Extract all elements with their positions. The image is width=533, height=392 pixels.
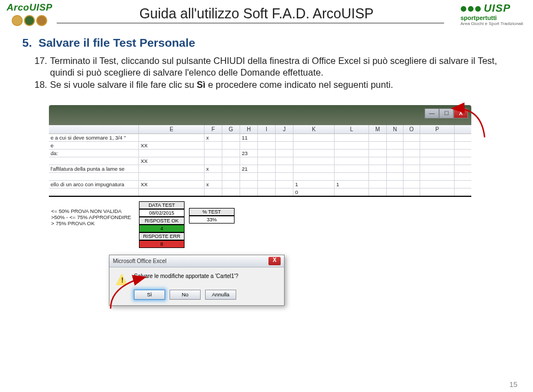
page-title: Guida all'utilizzo Soft F.A.D. ArcoUISP bbox=[52, 6, 460, 23]
table-row: e a cui si deve sommare 1, 3/4 "x11 bbox=[49, 134, 471, 142]
page-number: 15 bbox=[510, 380, 517, 389]
column-headers: E F G H I J K L M N O P bbox=[49, 125, 471, 134]
summary-cell: 33% bbox=[189, 216, 235, 224]
summary-cell: 4 bbox=[139, 225, 185, 232]
dialog-close-button[interactable]: X bbox=[268, 257, 281, 265]
summary-cell: 8 bbox=[139, 240, 185, 248]
minimize-button[interactable]: — bbox=[425, 108, 439, 118]
table-row: 0 bbox=[49, 188, 471, 197]
note-text: > 75% PROVA OK bbox=[51, 220, 131, 226]
logo-left-text: ArcoUISP bbox=[7, 2, 52, 13]
summary-cell: RISPOSTE OK bbox=[139, 217, 185, 225]
badge-icon bbox=[36, 15, 47, 26]
uisp-sub1: sportpertutti bbox=[461, 14, 524, 21]
table-row: XX bbox=[49, 157, 471, 165]
uisp-sub2: Area Giochi e Sport Tradizionali bbox=[461, 21, 524, 26]
logo-right: UISP sportpertutti Area Giochi e Sport T… bbox=[461, 2, 524, 26]
summary-cell: RISPOSTE ERR bbox=[139, 232, 185, 240]
table-row bbox=[49, 173, 471, 181]
summary-cell: 08/02/2015 bbox=[139, 209, 185, 217]
logo-left: ArcoUISP bbox=[7, 2, 52, 26]
save-dialog: Microsoft Office Excel X Salvare le modi… bbox=[109, 255, 285, 306]
summary-cell: DATA TEST bbox=[139, 201, 185, 209]
screenshot-embed: — ☐ X E F G H I J K L M N O P e a cui si… bbox=[49, 105, 471, 306]
badge-icon bbox=[12, 15, 23, 26]
list-item: 17. Terminato il Test, cliccando sul pul… bbox=[34, 55, 511, 78]
note-text: <= 50% PROVA NON VALIDA bbox=[51, 208, 131, 214]
table-row: da:23 bbox=[49, 150, 471, 157]
no-button[interactable]: No bbox=[170, 290, 201, 300]
maximize-button[interactable]: ☐ bbox=[439, 108, 454, 118]
table-row: ello di un arco con impugnaturaXXx11 bbox=[49, 181, 471, 188]
yes-button[interactable]: Sì bbox=[134, 290, 165, 300]
table-row: eXX bbox=[49, 142, 471, 150]
section-heading: 5. Salvare il file Test Personale bbox=[22, 36, 511, 49]
table-row: l'affilatura della punta a lame sex21 bbox=[49, 165, 471, 173]
note-text: >50% - <= 75% APPROFONDIRE bbox=[51, 214, 131, 220]
badge-icon bbox=[24, 15, 35, 26]
uisp-text: UISP bbox=[484, 2, 511, 14]
close-button[interactable]: X bbox=[454, 108, 468, 118]
list-item: 18. Se si vuole salvare il file fare cli… bbox=[34, 79, 511, 91]
cancel-button[interactable]: Annulla bbox=[205, 290, 236, 300]
dialog-title: Microsoft Office Excel bbox=[113, 258, 167, 264]
warning-icon bbox=[115, 273, 128, 286]
summary-cell: % TEST bbox=[189, 208, 235, 216]
dialog-message: Salvare le modifiche apportate a 'Cartel… bbox=[134, 273, 238, 279]
